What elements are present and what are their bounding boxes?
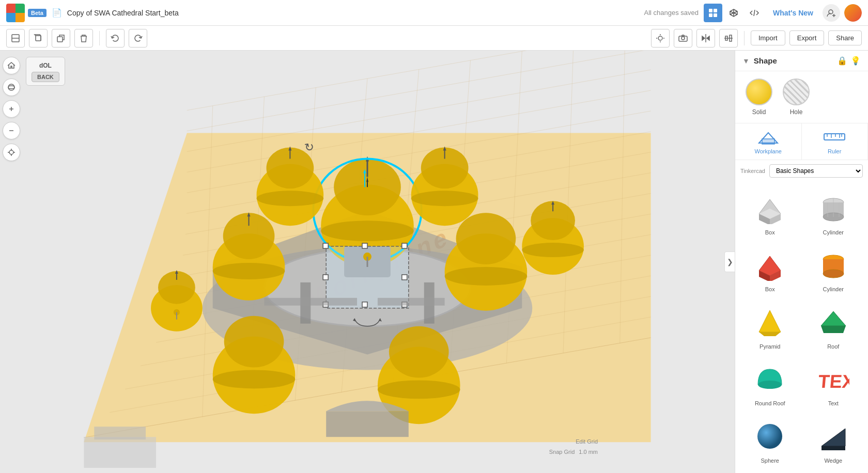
- reset-view-btn[interactable]: [3, 144, 20, 161]
- hole-label: Hole: [790, 108, 803, 116]
- workplane-ruler-row: Workplane Ruler: [735, 123, 868, 160]
- ruler-btn[interactable]: Ruler: [802, 123, 869, 160]
- sphere-label: Sphere: [761, 458, 779, 464]
- canvas[interactable]: Workplane: [0, 51, 735, 473]
- svg-marker-164: [822, 429, 845, 446]
- svg-marker-157: [759, 310, 781, 332]
- svg-rect-3: [714, 13, 717, 17]
- logo[interactable]: Beta: [6, 4, 47, 22]
- shape-item-box-red[interactable]: Box: [739, 243, 801, 297]
- camera-btn[interactable]: [674, 29, 692, 48]
- text-label: Text: [828, 400, 839, 406]
- cylinder-orange-thumb: [815, 247, 851, 283]
- workplane-btn[interactable]: Workplane: [735, 123, 802, 160]
- svg-rect-133: [762, 139, 774, 144]
- collapse-panel-btn[interactable]: ❯: [724, 251, 735, 272]
- flatten-btn[interactable]: [6, 29, 25, 48]
- svg-point-120: [522, 243, 584, 257]
- scene-svg: Workplane: [0, 51, 735, 473]
- svg-line-50: [187, 51, 651, 131]
- box-red-label: Box: [765, 286, 775, 292]
- pyramid-label: Pyramid: [760, 343, 780, 350]
- shape-item-roof[interactable]: Roof: [803, 300, 864, 355]
- zoom-in-btn[interactable]: [3, 100, 20, 118]
- zoom-out-btn[interactable]: [3, 122, 20, 139]
- doc-icon: 📄: [52, 8, 62, 18]
- svg-rect-0: [709, 9, 712, 12]
- grid-view-btn[interactable]: [704, 4, 722, 22]
- solid-option[interactable]: Solid: [746, 78, 772, 116]
- lock-icon[interactable]: 🔒: [837, 56, 847, 66]
- main-area: dOL BACK: [0, 51, 868, 473]
- hole-option[interactable]: Hole: [783, 78, 810, 116]
- svg-marker-159: [821, 311, 846, 326]
- undo-btn[interactable]: [106, 29, 125, 48]
- solid-label: Solid: [752, 108, 766, 116]
- svg-rect-78: [362, 243, 367, 248]
- svg-marker-24: [702, 36, 705, 40]
- svg-rect-74: [323, 243, 328, 248]
- svg-point-94: [456, 213, 516, 264]
- dol-panel: dOL BACK: [26, 57, 65, 86]
- user-avatar[interactable]: [844, 4, 862, 22]
- redo-btn[interactable]: [129, 29, 147, 48]
- light-btn[interactable]: [651, 29, 670, 48]
- 3d-view-btn[interactable]: [724, 4, 743, 22]
- export-btn[interactable]: Export: [789, 30, 825, 45]
- shape-item-sphere[interactable]: Sphere: [739, 414, 801, 469]
- shape-item-box-gray[interactable]: Box: [739, 186, 801, 241]
- svg-rect-15: [57, 37, 63, 42]
- svg-point-16: [658, 36, 662, 40]
- shape-lib-select[interactable]: Basic Shapes: [769, 164, 863, 178]
- svg-point-107: [224, 316, 284, 368]
- shape-item-cylinder-orange[interactable]: Cylinder: [803, 243, 864, 297]
- ruler-label: Ruler: [828, 148, 841, 154]
- svg-marker-160: [821, 326, 846, 333]
- mirror-btn[interactable]: [696, 29, 715, 48]
- cylinder-gray-thumb: [815, 190, 851, 226]
- code-view-btn[interactable]: [745, 4, 764, 22]
- box-red-thumb: [752, 247, 788, 283]
- ruler-icon: [823, 129, 846, 145]
- svg-point-98: [257, 191, 324, 206]
- svg-rect-81: [362, 302, 367, 307]
- duplicate-btn[interactable]: [52, 29, 70, 48]
- cylinder-gray-label: Cylinder: [823, 229, 844, 235]
- shape-item-cylinder-gray[interactable]: Cylinder: [803, 186, 864, 241]
- separator-1: [99, 31, 100, 45]
- orbit-btn[interactable]: [3, 78, 20, 96]
- shape-item-wedge[interactable]: Wedge: [803, 414, 864, 469]
- copy-3d-btn[interactable]: [29, 29, 48, 48]
- svg-point-111: [378, 380, 460, 399]
- shape-item-text[interactable]: TEXT Text: [803, 357, 864, 412]
- svg-marker-165: [822, 446, 845, 450]
- snap-grid-row: Snap Grid 1.0 mm: [549, 449, 598, 455]
- svg-rect-79: [323, 275, 328, 280]
- share-btn[interactable]: Share: [828, 30, 862, 45]
- back-btn[interactable]: BACK: [32, 72, 59, 82]
- shape-item-round-roof[interactable]: Round Roof: [739, 357, 801, 412]
- delete-btn[interactable]: [74, 29, 93, 48]
- edit-grid-label[interactable]: Edit Grid: [576, 438, 598, 445]
- shape-item-pyramid[interactable]: Pyramid: [739, 300, 801, 355]
- svg-point-68: [321, 220, 414, 241]
- cylinder-orange-label: Cylinder: [823, 286, 844, 292]
- shape-panel-dropdown[interactable]: ▼: [742, 57, 750, 65]
- tinkercad-label: Tinkercad: [740, 168, 765, 174]
- home-btn[interactable]: [3, 57, 20, 74]
- wedge-label: Wedge: [824, 458, 842, 464]
- snap-grid-value: 1.0 mm: [579, 449, 598, 455]
- file-title[interactable]: Copy of SWA Cathedral Start_beta: [67, 9, 179, 17]
- align-btn[interactable]: [719, 29, 738, 48]
- whats-new-btn[interactable]: What's New: [769, 9, 817, 17]
- svg-rect-2: [709, 13, 712, 17]
- svg-point-108: [213, 370, 296, 388]
- left-tools: [0, 51, 23, 473]
- info-icon[interactable]: 💡: [850, 56, 861, 66]
- box-gray-thumb: [752, 190, 788, 226]
- svg-point-95: [445, 267, 528, 286]
- text-thumb: TEXT: [815, 361, 851, 397]
- import-btn[interactable]: Import: [751, 30, 785, 45]
- topbar-icons: [704, 4, 764, 22]
- add-user-btn[interactable]: [823, 4, 840, 22]
